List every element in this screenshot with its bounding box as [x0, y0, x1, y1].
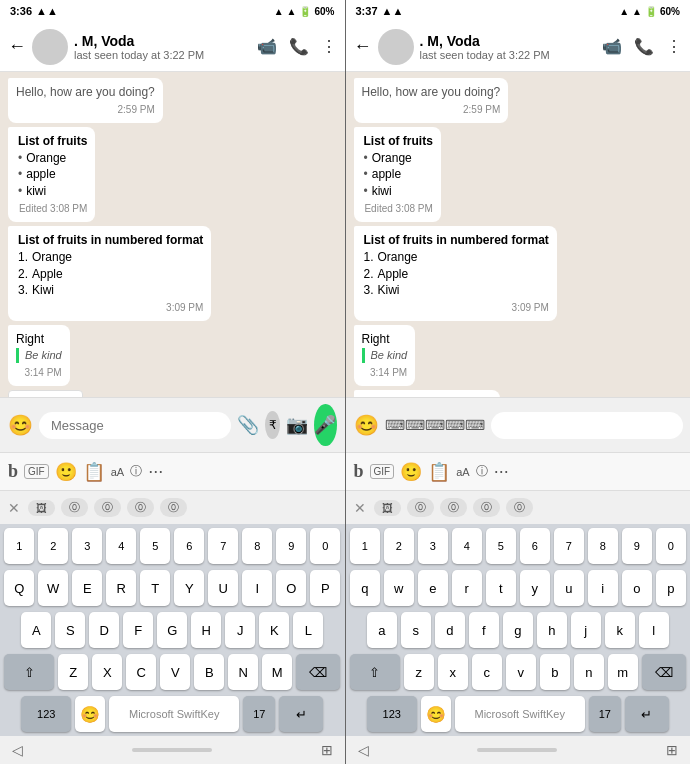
key-y-2[interactable]: y	[520, 570, 550, 606]
gif-icon-2[interactable]: GIF	[370, 464, 395, 479]
key-m[interactable]: M	[262, 654, 292, 690]
more-kb-icon-1[interactable]: ···	[148, 461, 163, 482]
key-l[interactable]: L	[293, 612, 323, 648]
key-q-2[interactable]: q	[350, 570, 380, 606]
emoji-key-2[interactable]: 😊	[421, 696, 451, 732]
space-key-1[interactable]: Microsoft SwiftKey	[109, 696, 239, 732]
key-i[interactable]: I	[242, 570, 272, 606]
key-r[interactable]: R	[106, 570, 136, 606]
key-c[interactable]: C	[126, 654, 156, 690]
key-7[interactable]: 7	[208, 528, 238, 564]
comma-key-1[interactable]: 17	[243, 696, 275, 732]
key-s-2[interactable]: s	[401, 612, 431, 648]
translate-icon-2[interactable]: aA	[456, 466, 469, 478]
key-f-2[interactable]: f	[469, 612, 499, 648]
clipboard-icon-2[interactable]: 📋	[428, 461, 450, 483]
key-3[interactable]: 3	[72, 528, 102, 564]
key-n[interactable]: N	[228, 654, 258, 690]
key-2[interactable]: 2	[38, 528, 68, 564]
space-key-2[interactable]: Microsoft SwiftKey	[455, 696, 585, 732]
key-8-2[interactable]: 8	[588, 528, 618, 564]
key-9[interactable]: 9	[276, 528, 306, 564]
emoji-button-1[interactable]: 😊	[8, 413, 33, 437]
key-l-2[interactable]: l	[639, 612, 669, 648]
video-call-icon-1[interactable]: 📹	[257, 37, 277, 56]
nav-grid-2[interactable]: ⊞	[666, 742, 678, 758]
key-h[interactable]: H	[191, 612, 221, 648]
key-p[interactable]: P	[310, 570, 340, 606]
key-w[interactable]: W	[38, 570, 68, 606]
key-4-2[interactable]: 4	[452, 528, 482, 564]
key-6-2[interactable]: 6	[520, 528, 550, 564]
more-icon-1[interactable]: ⋮	[321, 37, 337, 56]
nav-back-1[interactable]: ◁	[12, 742, 23, 758]
key-z[interactable]: Z	[58, 654, 88, 690]
suggestion-2[interactable]: ⓪	[61, 498, 88, 517]
message-input-2[interactable]	[491, 412, 683, 439]
key-z-2[interactable]: z	[404, 654, 434, 690]
key-5[interactable]: 5	[140, 528, 170, 564]
suggestion-1[interactable]: 🖼	[28, 500, 55, 516]
key-j[interactable]: J	[225, 612, 255, 648]
nav-grid-1[interactable]: ⊞	[321, 742, 333, 758]
key-k-2[interactable]: k	[605, 612, 635, 648]
key-o[interactable]: O	[276, 570, 306, 606]
key-1[interactable]: 1	[4, 528, 34, 564]
key-q[interactable]: Q	[4, 570, 34, 606]
key-g[interactable]: G	[157, 612, 187, 648]
nav-back-2[interactable]: ◁	[358, 742, 369, 758]
call-icon-1[interactable]: 📞	[289, 37, 309, 56]
video-call-icon-2[interactable]: 📹	[602, 37, 622, 56]
key-w-2[interactable]: w	[384, 570, 414, 606]
key-a-2[interactable]: a	[367, 612, 397, 648]
key-0[interactable]: 0	[310, 528, 340, 564]
key-i-2[interactable]: i	[588, 570, 618, 606]
key-p-2[interactable]: p	[656, 570, 686, 606]
key-1-2[interactable]: 1	[350, 528, 380, 564]
bing-icon-2[interactable]: b	[354, 461, 364, 482]
key-r-2[interactable]: r	[452, 570, 482, 606]
enter-key-1[interactable]: ↵	[279, 696, 323, 732]
key-f[interactable]: F	[123, 612, 153, 648]
suggestion-7[interactable]: ⓪	[407, 498, 434, 517]
key-8[interactable]: 8	[242, 528, 272, 564]
suggestion-close-2[interactable]: ✕	[354, 500, 366, 516]
suggestion-close-1[interactable]: ✕	[8, 500, 20, 516]
back-button-1[interactable]: ←	[8, 36, 26, 57]
key-c-2[interactable]: c	[472, 654, 502, 690]
key-e[interactable]: E	[72, 570, 102, 606]
key-b-2[interactable]: b	[540, 654, 570, 690]
info-icon-2[interactable]: ⓘ	[476, 463, 488, 480]
key-t[interactable]: T	[140, 570, 170, 606]
key-9-2[interactable]: 9	[622, 528, 652, 564]
key-s[interactable]: S	[55, 612, 85, 648]
key-e-2[interactable]: e	[418, 570, 448, 606]
clipboard-icon-1[interactable]: 📋	[83, 461, 105, 483]
comma-key-2[interactable]: 17	[589, 696, 621, 732]
key-d[interactable]: D	[89, 612, 119, 648]
suggestion-5[interactable]: ⓪	[160, 498, 187, 517]
key-g-2[interactable]: g	[503, 612, 533, 648]
bing-icon-1[interactable]: b	[8, 461, 18, 482]
key-d-2[interactable]: d	[435, 612, 465, 648]
delete-key-1[interactable]: ⌫	[296, 654, 340, 690]
key-u-2[interactable]: u	[554, 570, 584, 606]
key-t-2[interactable]: t	[486, 570, 516, 606]
call-icon-2[interactable]: 📞	[634, 37, 654, 56]
key-v[interactable]: V	[160, 654, 190, 690]
sticker-icon-2[interactable]: 🙂	[400, 461, 422, 483]
attach-icon-1[interactable]: 📎	[237, 414, 259, 436]
mic-button-1[interactable]: 🎤	[314, 404, 337, 446]
enter-key-2[interactable]: ↵	[625, 696, 669, 732]
message-input-1[interactable]	[39, 412, 231, 439]
emoji-button-2[interactable]: 😊	[354, 413, 379, 437]
info-icon-1[interactable]: ⓘ	[130, 463, 142, 480]
suggestion-3[interactable]: ⓪	[94, 498, 121, 517]
key-u[interactable]: U	[208, 570, 238, 606]
key-n-2[interactable]: n	[574, 654, 604, 690]
shift-key-1[interactable]: ⇧	[4, 654, 54, 690]
key-x[interactable]: X	[92, 654, 122, 690]
suggestion-8[interactable]: ⓪	[440, 498, 467, 517]
key-v-2[interactable]: v	[506, 654, 536, 690]
num-switch-2[interactable]: 123	[367, 696, 417, 732]
